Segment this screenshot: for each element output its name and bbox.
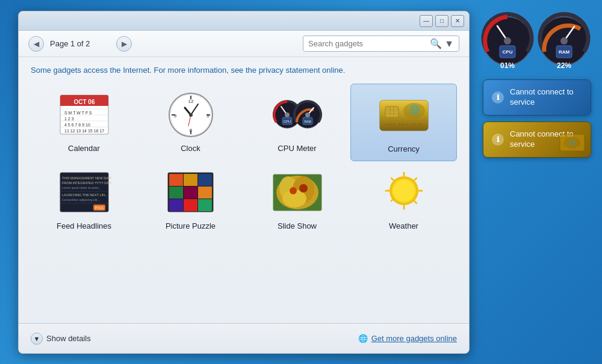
- svg-text:•••• •••• ••••: •••• •••• ••••: [385, 122, 422, 126]
- feed-headlines-label: Feed Headlines: [57, 221, 111, 230]
- calendar-icon: OCT 06 S M T W T F S 1 2 3 4 5 6 7 8 9 1…: [54, 91, 114, 139]
- cpu-gauge-widget[interactable]: CPU 01%: [480, 11, 535, 73]
- minimize-button[interactable]: —: [420, 15, 433, 27]
- picture-puzzle-label: Picture Puzzle: [166, 221, 216, 230]
- search-box[interactable]: 🔍 ▼: [303, 35, 459, 52]
- gadget-weather[interactable]: Weather: [350, 161, 457, 238]
- svg-point-86: [504, 37, 511, 45]
- gadget-cpu-meter[interactable]: CPU RAM CPU Meter: [244, 84, 350, 161]
- svg-text:Lorem ipsum dolor sit amet...: Lorem ipsum dolor sit amet...: [62, 186, 101, 190]
- svg-rect-61: [184, 187, 197, 199]
- cpu-meter-label: CPU Meter: [278, 144, 316, 153]
- svg-rect-59: [198, 174, 212, 186]
- show-details-label: Show details: [46, 334, 91, 343]
- info-icon-blue: ℹ: [492, 91, 504, 103]
- svg-text:🌐: 🌐: [409, 105, 420, 115]
- svg-point-25: [189, 113, 193, 117]
- svg-rect-63: [169, 199, 183, 211]
- gadget-calendar[interactable]: OCT 06 S M T W T F S 1 2 3 4 5 6 7 8 9 1…: [31, 84, 137, 161]
- get-more-label: Get more gadgets online: [371, 334, 457, 343]
- prev-page-button[interactable]: ◀: [28, 36, 44, 52]
- svg-text:4  5  6  7  8  9 10: 4 5 6 7 8 9 10: [64, 123, 90, 127]
- svg-point-91: [560, 37, 568, 45]
- picture-puzzle-icon: [161, 168, 221, 217]
- svg-point-83: [393, 180, 415, 202]
- gadget-gallery-window: — □ ✕ ◀ Page 1 of 2 ▶ 🔍 ▼ Some gadgets a…: [18, 11, 470, 354]
- clock-icon: 12 3 6 9: [161, 91, 221, 139]
- chevron-down-icon: ▼: [31, 333, 43, 345]
- gadget-clock[interactable]: 12 3 6 9 Clock: [137, 84, 244, 161]
- cannot-connect-blue-text: Cannot connect to service: [510, 87, 582, 108]
- ram-gauge-widget[interactable]: RAM 22%: [537, 11, 591, 73]
- svg-point-71: [290, 187, 297, 194]
- cpu-percent: 01%: [500, 61, 515, 70]
- cpu-meter-icon: CPU RAM: [267, 91, 327, 139]
- calendar-label: Calendar: [68, 144, 100, 153]
- svg-rect-64: [184, 199, 197, 211]
- svg-rect-57: [169, 174, 183, 186]
- svg-text:11 12 13 14 15 16 17: 11 12 13 14 15 16 17: [64, 129, 104, 133]
- svg-rect-62: [198, 187, 212, 199]
- svg-text:FROM INTEGRATED YYYY DATA: FROM INTEGRATED YYYY DATA: [62, 181, 111, 185]
- maximize-button[interactable]: □: [435, 15, 448, 27]
- svg-point-33: [305, 113, 310, 117]
- svg-line-81: [414, 178, 417, 180]
- ram-percent: 22%: [557, 61, 571, 70]
- svg-point-28: [285, 113, 290, 117]
- svg-text:3: 3: [206, 113, 209, 119]
- info-banner: Some gadgets access the Internet. For mo…: [19, 57, 469, 84]
- close-button[interactable]: ✕: [451, 15, 464, 27]
- cannot-connect-blue-widget[interactable]: ℹ Cannot connect to service: [483, 79, 591, 116]
- cannot-connect-gold-widget[interactable]: ℹ Cannot connect to service 🌐: [483, 122, 591, 158]
- info-icon-gold: ℹ: [492, 134, 504, 146]
- next-page-button[interactable]: ▶: [116, 36, 132, 52]
- svg-text:🌐: 🌐: [568, 138, 576, 146]
- gadgets-grid: OCT 06 S M T W T F S 1 2 3 4 5 6 7 8 9 1…: [19, 84, 469, 238]
- svg-text:S M T W T F S: S M T W T F S: [64, 111, 92, 115]
- meters-row: CPU 01% RAM 22%: [480, 11, 591, 73]
- currency-icon: 🌐 •••• •••• ••••: [374, 91, 434, 140]
- svg-text:RAM: RAM: [304, 120, 311, 123]
- svg-text:1  2  3: 1 2 3: [64, 117, 74, 121]
- info-text: Some gadgets access the Internet. For mo…: [31, 66, 345, 75]
- svg-line-79: [391, 178, 394, 180]
- weather-label: Weather: [389, 221, 418, 230]
- dropdown-icon[interactable]: ▼: [444, 39, 454, 49]
- right-panel: CPU 01% RAM 22% ℹ Cannot connect to serv…: [480, 11, 591, 158]
- clock-label: Clock: [181, 144, 200, 153]
- show-details-button[interactable]: ▼ Show details: [31, 333, 91, 345]
- gadget-currency[interactable]: 🌐 •••• •••• •••• Currency: [350, 84, 457, 161]
- svg-rect-58: [184, 174, 197, 186]
- svg-text:RSS: RSS: [95, 206, 104, 210]
- svg-text:CPU: CPU: [503, 49, 513, 55]
- svg-text:6: 6: [189, 128, 192, 133]
- nav-bar: ◀ Page 1 of 2 ▶ 🔍 ▼: [19, 31, 469, 57]
- feed-headlines-icon: THIS MANAGEMENT NEW DATA FROM INTEGRATED…: [54, 168, 114, 217]
- svg-text:LAUNCHING THE NEXT LIN...: LAUNCHING THE NEXT LIN...: [62, 193, 108, 197]
- footer: ▼ Show details 🌐 Get more gadgets online: [19, 323, 469, 353]
- svg-text:THIS MANAGEMENT NEW DATA: THIS MANAGEMENT NEW DATA: [62, 176, 111, 180]
- slide-show-label: Slide Show: [278, 221, 317, 230]
- page-label: Page 1 of 2: [50, 39, 110, 48]
- svg-text:Consectetur adipiscing elit...: Consectetur adipiscing elit...: [62, 198, 100, 202]
- globe-icon: 🌐: [358, 334, 368, 343]
- title-bar: — □ ✕: [19, 11, 469, 31]
- search-icon-area: 🔍 ▼: [430, 38, 454, 49]
- currency-label: Currency: [388, 144, 420, 153]
- weather-icon: [374, 168, 434, 217]
- svg-line-80: [414, 201, 417, 203]
- svg-point-72: [299, 184, 308, 193]
- svg-rect-60: [169, 187, 183, 199]
- svg-text:RAM: RAM: [559, 49, 570, 55]
- svg-rect-38: [385, 106, 399, 117]
- get-more-gadgets-link[interactable]: 🌐 Get more gadgets online: [358, 334, 457, 343]
- svg-text:12: 12: [188, 99, 193, 104]
- svg-text:OCT 06: OCT 06: [73, 99, 95, 105]
- svg-text:9: 9: [173, 113, 176, 119]
- search-input[interactable]: [308, 39, 426, 48]
- gadget-slide-show[interactable]: Slide Show: [244, 161, 350, 238]
- search-icon: 🔍: [430, 38, 442, 49]
- gadget-picture-puzzle[interactable]: Picture Puzzle: [137, 161, 244, 238]
- gadget-feed-headlines[interactable]: THIS MANAGEMENT NEW DATA FROM INTEGRATED…: [31, 161, 137, 238]
- svg-rect-65: [198, 199, 212, 211]
